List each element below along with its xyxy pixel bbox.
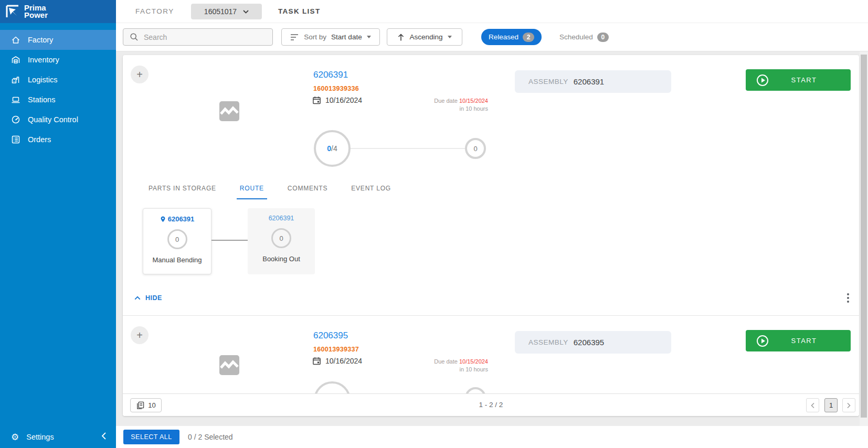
play-icon	[756, 74, 769, 87]
task-list-card: + 6206391 160013939336 10/16/2024 Due da…	[123, 55, 859, 416]
sidebar: PrimaPower Factory Inventory Logistic	[0, 0, 116, 448]
tab-comments[interactable]: COMMENTS	[284, 185, 331, 199]
progress-total: /4	[331, 144, 337, 153]
sort-by-value: Start date	[331, 33, 362, 41]
route-step-count: 0	[271, 228, 291, 248]
released-label: Released	[489, 33, 518, 41]
arrow-up-icon	[397, 33, 405, 41]
tab-route[interactable]: ROUTE	[237, 185, 267, 199]
settings-label: Settings	[26, 433, 54, 441]
part-image-placeholder-icon	[219, 101, 239, 121]
location-pin-icon	[160, 216, 166, 223]
due-date: 10/15/2024	[459, 98, 488, 104]
select-all-button[interactable]: SELECT ALL	[123, 430, 179, 444]
sidebar-item-label: Inventory	[28, 56, 59, 64]
sidebar-item-orders[interactable]: Orders	[0, 130, 116, 150]
due-date-block: Due date 10/15/2024 in 10 hours	[404, 97, 488, 113]
sort-order-value: Ascending	[409, 33, 442, 41]
tab-parts-in-storage[interactable]: PARTS IN STORAGE	[145, 185, 219, 199]
scheduled-label: Scheduled	[559, 33, 593, 41]
scrollbar-thumb[interactable]	[861, 55, 867, 418]
home-icon	[11, 35, 20, 45]
toolbar: Sort by Start date Ascending Released 2 …	[116, 23, 868, 51]
sidebar-item-stations[interactable]: Stations	[0, 90, 116, 110]
filter-scheduled-button[interactable]: Scheduled 0	[559, 29, 609, 45]
top-bar: FACTORY 16051017 TASK LIST	[116, 0, 868, 23]
filter-released-button[interactable]: Released 2	[481, 29, 542, 45]
brand-logo: PrimaPower	[0, 0, 116, 23]
sidebar-item-label: Stations	[28, 95, 55, 104]
route-step-next[interactable]: 6206391 0 Booking Out	[248, 208, 315, 274]
expand-task-button[interactable]: +	[131, 66, 149, 83]
next-page-button[interactable]	[842, 398, 855, 412]
search-input[interactable]	[144, 33, 259, 41]
app-window: PrimaPower Factory Inventory Logistic	[0, 0, 868, 448]
sidebar-item-settings[interactable]: ⚙ Settings	[0, 427, 116, 447]
due-date-label: Due date	[434, 358, 458, 365]
sidebar-item-label: Logistics	[28, 76, 57, 84]
prima-power-logo-icon	[6, 5, 19, 18]
assembly-badge: ASSEMBLY 6206395	[515, 331, 671, 354]
sidebar-item-label: Quality Control	[28, 115, 78, 124]
start-button-label: START	[769, 76, 839, 84]
hide-details-button[interactable]: HIDE	[134, 294, 162, 302]
assembly-label: ASSEMBLY	[528, 338, 568, 346]
start-date-row: 10/16/2024	[312, 95, 362, 105]
progress-circle-main: 0/4	[314, 130, 351, 167]
selection-status: 0 / 2 Selected	[188, 433, 233, 441]
page-number-button[interactable]: 1	[824, 398, 838, 412]
order-number: 160013939337	[313, 346, 359, 353]
start-task-button[interactable]: START	[746, 330, 851, 351]
sidebar-item-quality-control[interactable]: Quality Control	[0, 110, 116, 130]
route-connector-line	[211, 240, 248, 241]
sort-icon	[290, 34, 299, 41]
part-image-placeholder-icon	[219, 355, 239, 375]
play-icon	[756, 335, 769, 347]
expand-task-button[interactable]: +	[131, 326, 149, 344]
task-id-link[interactable]: 6206395	[313, 330, 348, 341]
task-list-area: + 6206391 160013939336 10/16/2024 Due da…	[116, 51, 868, 448]
gear-icon: ⚙	[11, 433, 19, 442]
warehouse-icon	[11, 55, 20, 65]
caret-down-icon	[367, 36, 371, 38]
progress-done: 0	[327, 144, 331, 153]
sidebar-nav: Factory Inventory Logistics Stations	[0, 30, 116, 150]
start-task-button[interactable]: START	[746, 69, 851, 91]
previous-page-button[interactable]	[806, 398, 819, 412]
start-date-row: 10/16/2024	[312, 356, 362, 366]
sort-order-dropdown[interactable]: Ascending	[387, 28, 462, 46]
calendar-icon	[312, 95, 321, 105]
due-date-label: Due date	[434, 98, 458, 104]
sidebar-item-inventory[interactable]: Inventory	[0, 50, 116, 70]
factory-icon	[11, 75, 20, 84]
assembly-id: 6206391	[574, 77, 604, 86]
vertical-scrollbar[interactable]	[860, 51, 868, 426]
sort-by-dropdown[interactable]: Sort by Start date	[281, 28, 380, 46]
gauge-icon	[11, 115, 20, 124]
due-date-block: Due date 10/15/2024 in 10 hours	[404, 358, 488, 374]
task-id-link[interactable]: 6206391	[313, 70, 348, 80]
brand-name: PrimaPower	[24, 4, 48, 19]
task-menu-kebab-icon[interactable]	[843, 290, 853, 306]
pagination-range: 1 - 2 / 2	[123, 401, 859, 409]
factory-selector-dropdown[interactable]: 16051017	[191, 4, 262, 19]
order-number: 160013939336	[313, 85, 359, 92]
progress-circle-secondary: 0	[465, 138, 486, 159]
page-title: TASK LIST	[278, 7, 320, 15]
progress-connector-line	[351, 148, 465, 149]
chevron-right-icon	[846, 402, 851, 409]
tab-event-log[interactable]: EVENT LOG	[348, 185, 394, 199]
search-box	[123, 28, 273, 46]
sidebar-item-label: Orders	[28, 135, 51, 144]
sidebar-item-logistics[interactable]: Logistics	[0, 70, 116, 90]
factory-selector-value: 16051017	[204, 7, 237, 16]
due-in: in 10 hours	[404, 366, 488, 374]
collapse-sidebar-icon[interactable]	[101, 432, 107, 440]
calendar-icon	[312, 356, 321, 366]
sidebar-item-factory[interactable]: Factory	[0, 30, 116, 50]
list-icon	[11, 135, 20, 144]
route-step-current[interactable]: 6206391 0 Manual Bending	[143, 208, 211, 274]
assembly-badge: ASSEMBLY 6206391	[515, 70, 671, 93]
sidebar-item-label: Factory	[28, 36, 53, 44]
chevron-up-icon	[134, 296, 141, 300]
